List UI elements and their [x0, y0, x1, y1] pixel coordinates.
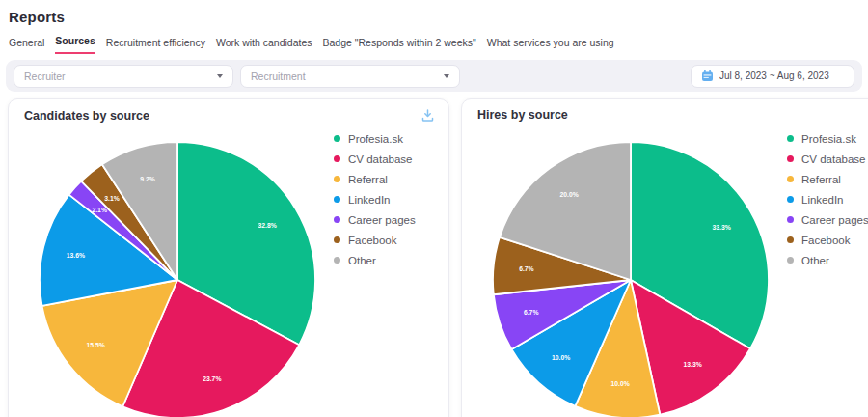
filter-bar: Recruiter Recruitment Jul 8, 2023 ~ Aug …	[6, 60, 862, 92]
tab-sources[interactable]: Sources	[55, 35, 95, 54]
legend-dot	[334, 155, 340, 162]
chevron-down-icon	[217, 74, 223, 78]
legend-item-facebook[interactable]: Facebook	[334, 230, 416, 250]
legend-item-career-pages[interactable]: Career pages	[787, 209, 868, 230]
date-range-picker[interactable]: Jul 8, 2023 ~ Aug 6, 2023	[691, 65, 854, 88]
legend-item-cv-database[interactable]: CV database	[334, 149, 416, 169]
legend-item-facebook[interactable]: Facebook	[787, 230, 868, 250]
legend-label: CV database	[348, 153, 413, 165]
page-title: Reports	[9, 9, 859, 25]
candidates-legend: Profesia.skCV databaseReferralLinkedInCa…	[334, 128, 416, 270]
legend-item-referral[interactable]: Referral	[787, 169, 868, 189]
recruiter-placeholder: Recruiter	[24, 70, 66, 82]
legend-dot	[334, 216, 340, 223]
download-icon[interactable]	[420, 108, 435, 123]
legend-item-referral[interactable]: Referral	[334, 169, 416, 189]
legend-item-profesia-sk[interactable]: Profesia.sk	[334, 128, 416, 149]
legend-label: Referral	[801, 174, 841, 185]
date-range-value: Jul 8, 2023 ~ Aug 6, 2023	[719, 70, 829, 81]
recruiter-select[interactable]: Recruiter	[14, 65, 233, 88]
legend-label: Facebook	[801, 235, 851, 246]
charts-row: Candidates by source 32.8%23.7%15.5%13.6…	[8, 98, 868, 417]
legend-label: Career pages	[801, 214, 868, 226]
card-header: Candidates by source	[9, 99, 448, 123]
slice-label-facebook: 3.1%	[104, 195, 120, 202]
chart-title: Candidates by source	[24, 109, 149, 123]
recruitment-select[interactable]: Recruitment	[240, 65, 460, 88]
candidates-pie-chart: 32.8%23.7%15.5%13.6%2.1%3.1%9.2%	[33, 135, 322, 417]
legend-item-profesia-sk[interactable]: Profesia.sk	[787, 128, 868, 149]
legend-dot	[334, 257, 340, 264]
card-header: Hires by source	[462, 99, 868, 122]
legend-label: Facebook	[348, 235, 397, 246]
slice-label-other: 9.2%	[140, 176, 155, 182]
legend-label: LinkedIn	[801, 194, 843, 206]
slice-label-career-pages: 2.1%	[92, 207, 107, 213]
slice-label-linkedin: 10.0%	[552, 354, 570, 361]
legend-dot	[334, 135, 340, 142]
legend-label: Referral	[348, 174, 388, 185]
legend-dot	[334, 196, 340, 203]
legend-label: Profesia.sk	[801, 133, 856, 145]
slice-label-other: 20.0%	[559, 191, 578, 198]
slice-label-referral: 10.0%	[610, 380, 629, 387]
tab-what-services-you-are-using[interactable]: What services you are using	[487, 37, 614, 54]
tabs: GeneralSourcesRecruitment efficiencyWork…	[0, 35, 868, 54]
legend-dot	[787, 257, 794, 264]
legend-dot	[787, 216, 794, 223]
slice-label-referral: 15.5%	[87, 342, 105, 348]
tab-badge-responds-within-2-weeks[interactable]: Badge "Responds within 2 weeks"	[323, 37, 476, 54]
legend-label: Career pages	[348, 214, 416, 226]
legend-label: Profesia.sk	[348, 133, 403, 145]
legend-item-linkedin[interactable]: LinkedIn	[334, 189, 416, 209]
hires-pie-chart: 33.3%13.3%10.0%10.0%6.7%6.7%20.0%	[486, 135, 775, 417]
candidates-by-source-card: Candidates by source 32.8%23.7%15.5%13.6…	[8, 98, 449, 417]
legend-dot	[787, 196, 794, 203]
hires-by-source-card: Hires by source 33.3%13.3%10.0%10.0%6.7%…	[461, 98, 868, 417]
tab-work-with-candidates[interactable]: Work with candidates	[216, 37, 312, 54]
recruitment-placeholder: Recruitment	[251, 70, 306, 82]
slice-label-cv-database: 23.7%	[203, 375, 221, 382]
tab-recruitment-efficiency[interactable]: Recruitment efficiency	[106, 37, 205, 54]
slice-label-profesia-sk: 33.3%	[712, 224, 730, 231]
slice-label-cv-database: 13.3%	[684, 361, 702, 368]
reports-page: Reports GeneralSourcesRecruitment effici…	[0, 0, 868, 417]
calendar-icon	[701, 70, 714, 82]
legend-item-linkedin[interactable]: LinkedIn	[787, 189, 868, 209]
legend-dot	[787, 135, 794, 142]
legend-label: Other	[801, 255, 829, 266]
slice-label-profesia-sk: 32.8%	[258, 222, 277, 229]
legend-dot	[787, 155, 794, 162]
slice-label-linkedin: 13.6%	[67, 252, 85, 259]
legend-dot	[334, 236, 340, 243]
legend-item-cv-database[interactable]: CV database	[787, 149, 868, 169]
legend-label: CV database	[801, 153, 866, 165]
legend-item-career-pages[interactable]: Career pages	[334, 209, 416, 230]
chart-title: Hires by source	[477, 108, 568, 122]
legend-dot	[787, 176, 794, 182]
legend-item-other[interactable]: Other	[787, 250, 868, 270]
tab-general[interactable]: General	[9, 37, 44, 54]
legend-dot	[787, 236, 794, 243]
hires-legend: Profesia.skCV databaseReferralLinkedInCa…	[787, 128, 868, 270]
page-header: Reports	[0, 0, 868, 25]
slice-label-career-pages: 6.7%	[524, 309, 539, 316]
slice-label-facebook: 6.7%	[519, 265, 534, 272]
legend-label: LinkedIn	[348, 194, 390, 206]
legend-dot	[334, 176, 340, 182]
legend-item-other[interactable]: Other	[334, 250, 416, 270]
legend-label: Other	[348, 255, 376, 266]
chevron-down-icon	[444, 74, 449, 78]
